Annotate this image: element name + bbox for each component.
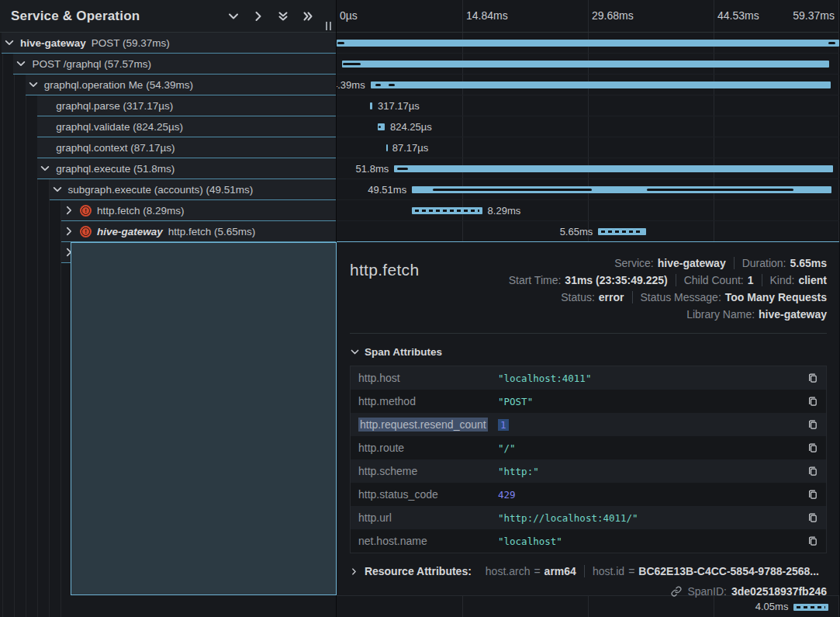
divider [350, 333, 827, 334]
span-duration-bar[interactable] [412, 207, 482, 214]
resource-attributes-title: Resource Attributes: [365, 565, 472, 577]
span-duration-bar[interactable] [386, 144, 388, 151]
copy-icon[interactable] [806, 487, 820, 501]
chevron-down-icon[interactable] [52, 184, 63, 195]
span-operation-name: graphql.operation Me (54.39ms) [44, 79, 193, 91]
span-duration-bar[interactable] [394, 165, 832, 172]
timeline-row[interactable]: 57.57ms [337, 54, 839, 75]
span-meta-item: Start Time:31ms (23:35:49.225) [501, 274, 676, 286]
span-operation-name: http.fetch (8.29ms) [97, 205, 185, 217]
span-tree-row[interactable]: graphql.operation Me (54.39ms) [0, 75, 336, 95]
span-tree-row[interactable]: graphql.validate (824.25µs) [0, 116, 336, 137]
chevron-down-icon[interactable] [28, 79, 39, 90]
span-tree-row[interactable]: graphql.execute (51.8ms) [0, 158, 336, 179]
chevron-down-icon[interactable] [40, 163, 50, 174]
span-meta-item: Status Message:Too Many Requests [632, 291, 827, 303]
attribute-row: http.host"localhost:4011" [351, 366, 826, 390]
timeline-panel: 0µs14.84ms29.68ms44.53ms59.37ms 59.37ms5… [337, 0, 839, 617]
span-duration-bar[interactable] [371, 81, 831, 88]
column-resize-handle[interactable] [326, 22, 331, 30]
copy-icon[interactable] [806, 441, 820, 455]
timeline-row[interactable]: 824.25µs [337, 116, 839, 137]
span-attributes-title: Span Attributes [365, 346, 442, 358]
copy-icon[interactable] [806, 418, 820, 432]
span-tree-row[interactable]: hive-gatewayhttp.fetch (5.65ms) [0, 221, 336, 242]
span-detail-panel: http.fetch Service:hive-gatewayDuration:… [337, 242, 839, 595]
span-meta-item: Service:hive-gateway [607, 257, 734, 269]
span-meta-item: Duration:5.65ms [734, 257, 827, 269]
attribute-value: "localhost:4011" [498, 373, 806, 384]
timeline-row[interactable]: 54.39ms [337, 75, 839, 95]
chevron-right-icon[interactable] [64, 205, 74, 216]
attribute-key: http.url [358, 511, 498, 524]
timeline-row[interactable]: 59.37ms [337, 33, 839, 54]
copy-icon[interactable] [806, 511, 820, 525]
timeline-row[interactable]: 51.8ms [337, 158, 839, 179]
span-tree-row[interactable]: graphql.parse (317.17µs) [0, 95, 336, 116]
span-duration-bar[interactable] [342, 61, 829, 68]
copy-icon[interactable] [806, 534, 820, 548]
span-duration-label: 54.39ms [337, 75, 365, 95]
span-duration-bar[interactable] [337, 40, 839, 47]
attribute-key: http.request.resend_count [358, 418, 498, 431]
span-tree-row[interactable]: subgraph.execute (accounts) (49.51ms) [0, 179, 336, 200]
resource-attribute: host.arch=arm64 [478, 565, 584, 577]
chevron-down-icon[interactable] [227, 10, 240, 23]
span-duration-bar[interactable] [598, 228, 646, 235]
span-duration-label: 317.17µs [378, 95, 420, 116]
span-attributes-toggle[interactable]: Span Attributes [350, 346, 827, 358]
timeline-row[interactable]: 8.29ms [337, 200, 839, 221]
span-operation-name: POST /graphql (57.57ms) [32, 58, 151, 70]
span-duration-label: 824.25µs [390, 116, 432, 137]
chevron-down-icon[interactable] [4, 37, 15, 48]
double-chevron-down-icon[interactable] [277, 10, 289, 23]
chevron-right-icon[interactable] [252, 10, 264, 23]
span-tree-row[interactable]: hive-gatewayPOST (59.37ms) [0, 33, 336, 54]
span-duration-bar[interactable] [378, 123, 385, 130]
span-duration-bar[interactable] [370, 102, 372, 109]
copy-icon[interactable] [806, 394, 820, 408]
timeline-row[interactable]: 87.17µs [337, 137, 839, 158]
chevron-down-icon[interactable] [16, 58, 26, 69]
error-icon [80, 226, 92, 237]
attribute-key: http.status_code [358, 488, 498, 501]
span-tree-row[interactable]: graphql.context (87.17µs) [0, 137, 336, 158]
timeline-row[interactable]: 49.51ms [337, 179, 839, 200]
span-duration-label: 5.65ms [560, 221, 593, 242]
chevron-right-icon[interactable] [64, 226, 74, 237]
span-operation-name: graphql.validate (824.25µs) [56, 121, 183, 133]
copy-icon[interactable] [806, 371, 820, 385]
attribute-row: http.request.resend_count1 [351, 413, 826, 436]
attribute-row: http.method"POST" [351, 390, 826, 413]
span-duration-label: 4.05ms [755, 596, 789, 617]
span-meta-item: Status:error [553, 291, 631, 303]
timeline-row[interactable]: 317.17µs [337, 95, 839, 116]
resource-attributes-items: host.arch=arm64host.id=BC62E13B-C4CC-585… [478, 565, 827, 577]
resource-attributes-toggle[interactable]: Resource Attributes: host.arch=arm64host… [350, 565, 827, 577]
span-tree-row[interactable]: POST /graphql (57.57ms) [0, 54, 336, 75]
error-icon [80, 205, 92, 217]
double-chevron-right-icon[interactable] [302, 10, 314, 23]
trace-viewer: Service & Operation hive-gatewayPOST (59… [0, 0, 840, 617]
copy-icon[interactable] [806, 464, 820, 478]
span-id-label: SpanID: [687, 585, 727, 598]
span-tree-panel: Service & Operation hive-gatewayPOST (59… [0, 0, 337, 617]
timeline-row[interactable]: 5.65ms [337, 221, 839, 242]
time-tick-label: 0µs [340, 9, 358, 22]
tree-toolbar [227, 10, 314, 23]
span-duration-bar[interactable] [793, 604, 828, 611]
tree-header-title: Service & Operation [11, 9, 227, 24]
timeline-row-bottom[interactable]: 4.05ms [337, 595, 839, 617]
span-meta-item: Kind:client [762, 274, 828, 286]
selected-span-expanded-area [71, 242, 337, 595]
span-tree-row[interactable]: http.fetch (8.29ms) [0, 200, 336, 221]
span-service-name: hive-gateway [20, 37, 86, 49]
time-tick-label: 29.68ms [592, 9, 634, 22]
attribute-row: http.scheme"http:" [351, 459, 826, 483]
span-id-row: SpanID: 3de02518937fb246 [350, 585, 827, 598]
link-icon[interactable] [671, 586, 683, 598]
attribute-key: http.route [358, 442, 498, 454]
span-detail-title: http.fetch [350, 253, 419, 322]
attribute-value: 429 [498, 489, 806, 501]
span-duration-bar[interactable] [412, 186, 831, 193]
